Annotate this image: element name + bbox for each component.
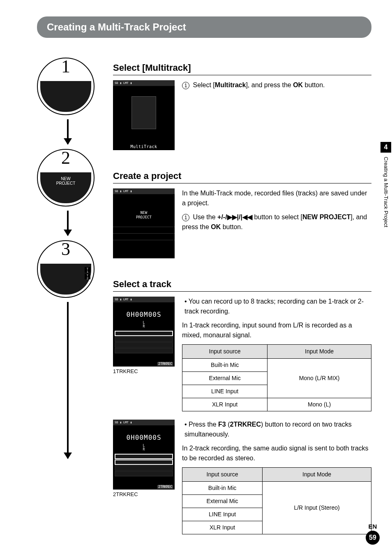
- section-select-multitrack: Select [Multitrack] SD ▮ LMT ▮ MultiTrac…: [113, 63, 371, 150]
- lcd-statusbar: SD ▮ LMT ▮: [113, 297, 175, 302]
- intro-text: In the Multi-Track mode, recorded files …: [182, 188, 371, 208]
- page-number: 59: [366, 531, 380, 545]
- section-title: Create a project: [113, 171, 371, 183]
- lcd-new-project-text: NEW PROJECT: [113, 194, 175, 220]
- lcd-lr-label: L R: [113, 444, 175, 451]
- step-1-figure: 1: [37, 58, 95, 115]
- table-cell: LINE Input: [182, 508, 263, 521]
- input-mode-table-2trk: Input sourceInput Mode Built-in MicL/R I…: [182, 467, 371, 534]
- step-1-number: 1: [61, 58, 70, 77]
- lcd-timecode: 0H00M00S: [113, 302, 175, 318]
- table-cell: XLR Input: [182, 521, 263, 534]
- arrow-down-icon: [67, 211, 69, 235]
- table-cell: Mono (L): [267, 398, 371, 411]
- table-cell: Mono (L/R MIX): [267, 359, 371, 398]
- lcd-footer-label: MultiTrack: [113, 144, 175, 149]
- section-title: Select [Multitrack]: [113, 63, 371, 75]
- table-header: Input Mode: [263, 468, 371, 482]
- table-cell: Built-in Mic: [182, 359, 267, 372]
- language-code: EN: [366, 523, 380, 530]
- lcd-screenshot-1trk: SD ▮ LMT ▮ 0H00M00S L R 2TRKREC: [113, 297, 175, 367]
- bullet-text: • You can record up to 8 tracks; recordi…: [184, 297, 371, 316]
- step-3-figure: 3 T 1 T 2: [37, 240, 95, 298]
- table-cell: LINE Input: [182, 385, 267, 398]
- track-badge: T 1: [85, 267, 90, 273]
- section-select-track: Select a track SD ▮ LMT ▮ 0H00M00S L R 2…: [113, 279, 371, 534]
- paragraph-text: In 1-track recording, input sound from L…: [182, 320, 371, 340]
- device-illustration: T 1 T 2: [40, 264, 91, 295]
- lcd-screenshot-2trk: SD ▮ LMT ▮ 0H00M00S L R 2TRKREC: [113, 420, 175, 490]
- nav-buttons-icon: +/-/▶▶|/|◀◀: [217, 214, 252, 220]
- steps-column: 1 2 NEW PROJECT 3 T 1 T 2: [37, 58, 99, 458]
- paragraph-text: In 2-track recording, the same audio sig…: [182, 443, 371, 463]
- table-cell: External Mic: [182, 372, 267, 385]
- lcd-lr-label: L R: [113, 321, 175, 328]
- table-cell: XLR Input: [182, 398, 267, 411]
- lcd-statusbar: SD ▮ LMT ▮: [113, 188, 175, 194]
- instruction-text: 1 Use the +/-/▶▶|/|◀◀ button to select […: [182, 212, 371, 232]
- lcd-statusbar: SD ▮ LMT ▮: [113, 420, 175, 425]
- step-badge: 1: [182, 82, 189, 89]
- lcd-screenshot-multitrack: SD ▮ LMT ▮ MultiTrack: [113, 80, 175, 150]
- table-cell: External Mic: [182, 495, 263, 508]
- page-header: Creating a Multi-Track Project: [37, 16, 371, 38]
- table-cell: Built-in Mic: [182, 482, 263, 495]
- lcd-screenshot-newproject: SD ▮ LMT ▮ NEW PROJECT: [113, 188, 175, 258]
- chapter-title: Creating a Multi-Track Project: [383, 157, 389, 227]
- device-screen-text: NEW PROJECT: [40, 176, 91, 186]
- lcd-bottom-label: 2TRKREC: [157, 485, 173, 489]
- track-badge: T 2: [85, 274, 90, 279]
- device-illustration: NEW PROJECT: [40, 172, 91, 203]
- lcd-statusbar: SD ▮ LMT ▮: [113, 80, 175, 86]
- screenshot-caption: 2TRKREC: [113, 491, 175, 497]
- instruction-text: 1 Select [Multitrack], and press the OK …: [182, 80, 371, 90]
- lcd-timecode: 0H00M00S: [113, 425, 175, 441]
- chapter-tab: 4 Creating a Multi-Track Project: [380, 142, 392, 227]
- arrow-down-icon: [67, 302, 69, 458]
- input-mode-table-1trk: Input sourceInput Mode Built-in MicMono …: [182, 344, 371, 411]
- arrow-down-icon: [67, 119, 69, 144]
- section-title: Select a track: [113, 279, 371, 292]
- page-footer: EN 59: [366, 523, 380, 545]
- bullet-text: • Press the F3 (2TRKREC) button to recor…: [184, 420, 371, 439]
- step-2-figure: 2 NEW PROJECT: [37, 149, 95, 207]
- step-badge: 1: [182, 214, 189, 221]
- device-illustration: [40, 81, 91, 112]
- chapter-number: 4: [380, 142, 391, 153]
- table-header: Input source: [182, 468, 263, 482]
- section-create-project: Create a project SD ▮ LMT ▮ NEW PROJECT …: [113, 171, 371, 258]
- step-2-number: 2: [61, 149, 70, 168]
- lcd-bottom-label: 2TRKREC: [157, 362, 173, 366]
- table-cell: L/R Input (Stereo): [263, 482, 371, 534]
- step-3-number: 3: [61, 240, 70, 260]
- table-header: Input Mode: [267, 345, 371, 359]
- table-header: Input source: [182, 345, 267, 359]
- screenshot-caption: 1TRKREC: [113, 368, 175, 374]
